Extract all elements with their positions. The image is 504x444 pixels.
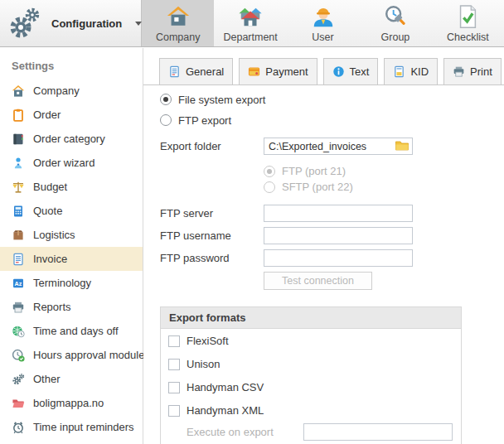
export-tab-content: File system export FTP export Export fol… — [143, 85, 504, 444]
ftp-server-row: FTP server — [160, 205, 504, 222]
sidebar-item-logistics[interactable]: Logistics — [0, 223, 143, 247]
format-handyman-csv-checkbox[interactable]: Handyman CSV — [161, 375, 461, 398]
export-formats-header: Export formats — [161, 307, 461, 329]
clock-hammer-icon — [383, 4, 408, 29]
sidebar-item-quote[interactable]: Quote — [0, 199, 143, 223]
sidebar-item-other[interactable]: Other — [0, 367, 143, 391]
toolbar-user-button[interactable]: User — [287, 0, 359, 46]
globe-clock-icon — [12, 325, 25, 338]
tab-print[interactable]: Print — [443, 58, 502, 84]
sidebar-item-hours-approval-module[interactable]: Hours approval module — [0, 343, 143, 367]
scales-icon — [12, 181, 25, 194]
clipboard-icon — [12, 109, 25, 122]
checklist-icon — [455, 4, 480, 29]
ftp-username-label: FTP username — [160, 229, 264, 242]
folder-icon — [395, 141, 409, 151]
az-icon: Az — [12, 277, 25, 290]
window-header: Configuration Company Department — [0, 0, 504, 47]
sidebar-item-order-category[interactable]: Order category — [0, 127, 143, 151]
checkbox-icon[interactable] — [168, 335, 180, 347]
radio-icon[interactable] — [264, 166, 275, 177]
calculator-icon — [12, 205, 25, 218]
ftp-username-row: FTP username — [160, 227, 504, 244]
sidebar-header: Settings — [0, 48, 143, 79]
worker-icon — [311, 4, 336, 29]
kid-document-icon — [393, 65, 405, 78]
tab-kid[interactable]: KID — [384, 58, 438, 84]
export-folder-row: Export folder — [160, 138, 504, 155]
sftp-port-radio[interactable]: SFTP (port 22) — [264, 181, 504, 193]
sidebar-item-budget[interactable]: Budget — [0, 175, 143, 199]
info-icon — [332, 65, 345, 78]
ftp-password-label: FTP password — [160, 252, 264, 264]
sidebar-item-time-input-reminders[interactable]: Time input reminders — [0, 415, 143, 439]
ftp-password-input[interactable] — [264, 249, 413, 267]
houses-icon — [238, 4, 263, 29]
radio-icon[interactable] — [160, 94, 172, 105]
file-system-export-radio[interactable]: File system export — [160, 94, 504, 105]
sidebar-item-order[interactable]: Order — [0, 103, 143, 127]
sidebar-item-reports[interactable]: Reports — [0, 295, 143, 319]
ftp-username-input[interactable] — [264, 227, 413, 244]
sidebar-item-company[interactable]: Company — [0, 79, 143, 103]
export-folder-label: Export folder — [160, 140, 264, 152]
checkbox-icon[interactable] — [168, 405, 180, 417]
tab-text[interactable]: Text — [323, 58, 379, 84]
ftp-mode-group: FTP (port 21) SFTP (port 22) — [264, 165, 504, 193]
browse-folder-button[interactable] — [394, 139, 410, 152]
test-connection-row: Test connection — [160, 272, 504, 290]
format-unison-checkbox[interactable]: Unison — [161, 352, 461, 375]
tab-general[interactable]: General — [159, 58, 233, 84]
toolbar-department-button[interactable]: Department — [214, 0, 286, 46]
app-title: Configuration — [51, 17, 122, 30]
invoice-settings-panel: General Payment Text KID — [143, 48, 504, 444]
payment-card-icon — [248, 65, 260, 78]
printer-icon — [12, 301, 25, 314]
ftp-server-label: FTP server — [160, 207, 264, 220]
ftp-server-input[interactable] — [264, 205, 413, 222]
book-icon — [12, 133, 25, 146]
sidebar-item-order-wizard[interactable]: Order wizard — [0, 151, 143, 175]
checkbox-icon[interactable] — [168, 382, 180, 393]
tab-payment[interactable]: Payment — [239, 58, 317, 84]
package-icon — [12, 229, 25, 242]
toolbar-company-button[interactable]: Company — [142, 0, 214, 46]
gears-icon — [7, 5, 43, 41]
format-handyman-xml-checkbox[interactable]: Handyman XML — [161, 398, 461, 422]
ftp-port-radio[interactable]: FTP (port 21) — [264, 165, 504, 177]
execute-on-export-input[interactable] — [303, 423, 453, 441]
wizard-icon — [12, 157, 25, 170]
alarm-clock-icon — [12, 421, 25, 434]
sidebar-item-terminology[interactable]: Az Terminology — [0, 271, 143, 295]
house-icon — [12, 84, 25, 98]
radio-icon[interactable] — [160, 114, 172, 126]
toolbar-checklist-button[interactable]: Checklist — [432, 0, 504, 46]
format-flexisoft-checkbox[interactable]: FlexiSoft — [161, 329, 461, 352]
clock-check-icon — [12, 349, 25, 362]
ftp-password-row: FTP password — [160, 249, 504, 267]
gears-icon — [12, 373, 25, 386]
test-connection-button[interactable]: Test connection — [264, 272, 372, 290]
radio-icon[interactable] — [264, 181, 275, 193]
configuration-menu-button[interactable]: Configuration — [0, 0, 142, 46]
invoice-document-icon — [12, 253, 25, 266]
printer-icon — [453, 65, 465, 78]
sidebar-item-boligmappa[interactable]: boligmappa.no — [0, 391, 143, 415]
house-icon — [166, 4, 191, 29]
export-folder-input[interactable] — [264, 138, 413, 155]
checkbox-icon[interactable] — [168, 359, 180, 370]
execute-on-export-label: Execute on export — [187, 426, 303, 438]
settings-sidebar: Settings Company Order Order category Or… — [0, 48, 143, 444]
invoice-tabstrip: General Payment Text KID — [143, 48, 504, 85]
execute-on-export-row: Execute on export — [161, 422, 461, 442]
ftp-export-radio[interactable]: FTP export — [160, 114, 504, 126]
main-toolbar: Company Department User — [142, 0, 504, 46]
toolbar-group-button[interactable]: Group — [359, 0, 431, 46]
red-folder-icon — [12, 397, 25, 410]
document-icon — [168, 65, 181, 78]
sidebar-item-time-and-days-off[interactable]: Time and days off — [0, 319, 143, 343]
export-formats-group: Export formats FlexiSoft Unison Handyman… — [160, 306, 462, 444]
svg-text:Az: Az — [15, 280, 22, 287]
sidebar-item-invoice[interactable]: Invoice — [0, 247, 143, 271]
